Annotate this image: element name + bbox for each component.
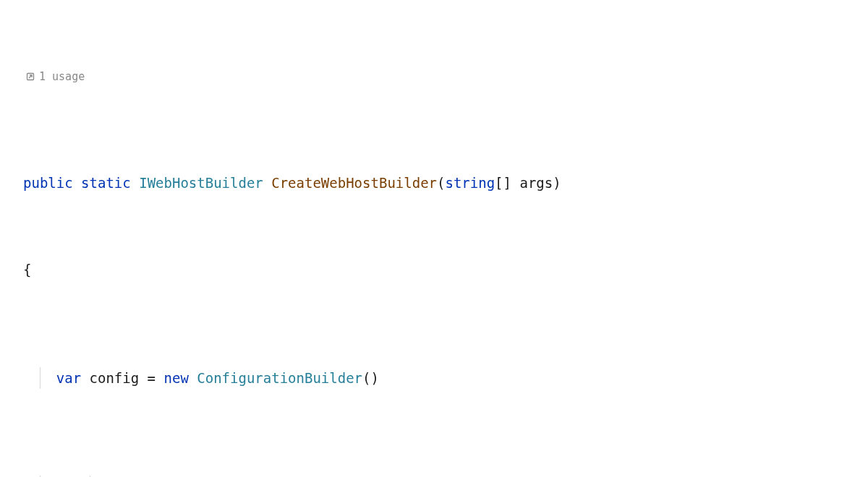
variable-config: config	[90, 370, 140, 386]
param-type: string	[445, 175, 495, 191]
param-name: args	[519, 175, 553, 191]
array-brackets: []	[495, 175, 511, 191]
type-configurationbuilder: ConfigurationBuilder	[197, 370, 362, 386]
punct: (	[437, 175, 445, 191]
keyword-static: static	[81, 175, 131, 191]
keyword-public: public	[23, 175, 73, 191]
eq: =	[139, 370, 163, 386]
code-editor[interactable]: 1 usage public static IWebHostBuilder Cr…	[0, 0, 868, 477]
usages-inlay[interactable]: 1 usage	[12, 68, 868, 85]
method-name: CreateWebHostBuilder	[271, 175, 437, 191]
usage-arrow-icon	[26, 72, 35, 81]
punct: (	[362, 370, 370, 386]
code-line[interactable]: var config = new ConfigurationBuilder()	[12, 367, 868, 389]
usages-count: 1 usage	[39, 69, 85, 84]
return-type: IWebHostBuilder	[139, 175, 263, 191]
punct: )	[371, 370, 379, 386]
code-line[interactable]: public static IWebHostBuilder CreateWebH…	[12, 172, 868, 194]
keyword-new: new	[164, 370, 189, 386]
punct: )	[553, 175, 561, 191]
brace-open: {	[23, 262, 31, 278]
code-line[interactable]: {	[12, 259, 868, 280]
keyword-var: var	[56, 370, 81, 386]
